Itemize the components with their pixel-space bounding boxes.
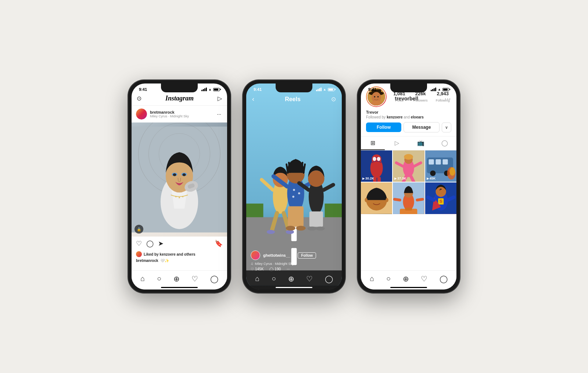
follower-2[interactable]: eloears <box>411 115 424 119</box>
svg-rect-58 <box>377 177 381 182</box>
nav-plus-3[interactable]: ⊕ <box>403 274 409 283</box>
nav-profile-1[interactable]: ◯ <box>210 274 218 283</box>
time-3: 9:41 <box>368 87 376 92</box>
battery-icon-2 <box>328 88 334 91</box>
signal-icon-2 <box>316 88 322 91</box>
follow-button[interactable]: Follow <box>366 122 401 132</box>
lock-badge: 🔒 <box>135 225 143 234</box>
svg-rect-69 <box>429 159 434 164</box>
camera-icon[interactable]: ⊙ <box>137 95 141 102</box>
nav-search-1[interactable]: ○ <box>157 274 161 283</box>
grid-item-2[interactable]: ▶ 37.3K <box>393 150 424 182</box>
phone-3-screen: 9:41 ▲ ‹ trevorbell ··· <box>361 84 456 289</box>
post-music: Miley Cyrus · Midnight Sky <box>150 114 212 118</box>
svg-point-81 <box>386 198 388 202</box>
reels-header: ‹ Reels ⊙ <box>246 94 342 106</box>
svg-point-49 <box>374 96 376 97</box>
reels-video: 9:41 ▲ ‹ Reels ⊙ <box>246 84 342 289</box>
posts-label: Posts <box>395 99 404 102</box>
svg-point-55 <box>373 157 376 161</box>
tab-tagged[interactable]: ◯ <box>433 136 456 150</box>
reels-camera-button[interactable]: ⊙ <box>331 96 336 103</box>
share-button[interactable]: ➤ <box>158 239 164 248</box>
reels-username[interactable]: ghettotwins__ <box>263 253 290 257</box>
reels-user-row: ghettotwins__ · Follow <box>251 251 337 260</box>
post-likes: Liked by kenzoere and others <box>132 251 227 258</box>
bookmark-button[interactable]: 🔖 <box>215 239 223 248</box>
svg-point-26 <box>267 230 275 234</box>
phones-container: 9:41 ▲ ⊙ Instagram ▷ <box>113 65 475 308</box>
grid-item-5[interactable] <box>393 182 424 214</box>
reels-music: ♫ Miley Cyrus · Midnight Sky <box>251 262 337 266</box>
grid-item-3[interactable]: ▶ 45K <box>425 150 456 182</box>
instagram-logo: Instagram <box>165 95 194 102</box>
phone-2: 9:41 ▲ ‹ Reels ⊙ <box>243 80 345 293</box>
svg-point-9 <box>182 173 186 176</box>
nav-plus-1[interactable]: ⊕ <box>173 274 180 283</box>
profile-display-name: Trevor <box>361 110 456 115</box>
tab-reels[interactable]: ▷ <box>385 136 409 150</box>
profile-tabs: ⊞ ▷ 📺 ◯ <box>361 136 456 150</box>
bottom-nav-1: ⌂ ○ ⊕ ♡ ◯ <box>132 270 227 289</box>
phone-1-screen: 9:41 ▲ ⊙ Instagram ▷ <box>132 84 227 289</box>
nav-home-2[interactable]: ⌂ <box>255 274 259 283</box>
nav-search-2[interactable]: ○ <box>272 274 276 283</box>
svg-point-62 <box>404 154 413 159</box>
play-icon-3: ▶ <box>427 177 429 180</box>
nav-heart-3[interactable]: ♡ <box>421 274 427 283</box>
grid-count-1: ▶ 30.2K <box>362 177 374 180</box>
nav-profile-2[interactable]: ◯ <box>325 274 333 283</box>
svg-point-50 <box>377 96 379 97</box>
follower-1[interactable]: kenzoere <box>387 115 402 119</box>
svg-point-36 <box>286 226 295 231</box>
liked-avatar <box>136 251 142 257</box>
svg-point-14 <box>182 196 183 198</box>
nav-profile-3[interactable]: ◯ <box>440 274 448 283</box>
svg-point-29 <box>293 189 295 191</box>
svg-rect-88 <box>405 208 412 211</box>
bottom-nav-2: ⌂ ○ ⊕ ♡ ◯ <box>246 270 342 289</box>
direct-icon[interactable]: ▷ <box>218 95 222 102</box>
nav-plus-2[interactable]: ⊕ <box>288 274 294 283</box>
post-options-button[interactable]: ··· <box>215 111 223 117</box>
message-button[interactable]: Message <box>404 122 440 132</box>
reels-music-text: Miley Cyrus · Midnight Sky <box>255 262 294 266</box>
grid-item-6[interactable]: S <box>425 182 456 214</box>
like-button[interactable]: ♡ <box>136 239 142 248</box>
post-avatar[interactable] <box>136 109 147 120</box>
nav-home-3[interactable]: ⌂ <box>370 274 374 283</box>
reels-follow-button[interactable]: Follow <box>298 252 316 259</box>
notch-3 <box>390 84 427 92</box>
nav-search-3[interactable]: ○ <box>386 274 391 283</box>
grid-item-1[interactable]: ▶ 30.2K <box>361 150 392 182</box>
svg-point-44 <box>316 227 325 231</box>
status-icons-1: ▲ <box>201 88 220 91</box>
time-2: 9:41 <box>254 87 262 92</box>
svg-point-31 <box>292 196 294 198</box>
notch-2 <box>276 84 312 92</box>
nav-home-1[interactable]: ⌂ <box>140 274 145 283</box>
instagram-header: ⊙ Instagram ▷ <box>132 93 227 106</box>
nav-heart-2[interactable]: ♡ <box>306 274 313 283</box>
reels-title: Reels <box>254 96 331 103</box>
signal-icon-3 <box>431 88 436 91</box>
svg-rect-42 <box>309 212 323 227</box>
phone-3: 9:41 ▲ ‹ trevorbell ··· <box>357 80 460 293</box>
post-username[interactable]: bretmanrock <box>150 110 212 114</box>
post-user-info: bretmanrock Miley Cyrus · Midnight Sky <box>150 110 212 118</box>
grid-item-4[interactable] <box>361 182 392 214</box>
svg-point-12 <box>175 196 177 198</box>
battery-icon-3 <box>442 88 449 91</box>
reels-user-avatar[interactable] <box>251 251 260 260</box>
comment-button[interactable]: ◯ <box>146 239 154 248</box>
dropdown-button[interactable]: ∨ <box>442 122 451 132</box>
wifi-icon-2: ▲ <box>323 88 326 91</box>
followers-label: Followers <box>413 99 428 102</box>
svg-line-85 <box>395 199 400 200</box>
tab-tv[interactable]: 📺 <box>409 136 433 150</box>
svg-rect-32 <box>288 206 304 227</box>
grid-count-3: ▶ 45K <box>427 177 436 180</box>
battery-icon-1 <box>213 88 220 91</box>
nav-heart-1[interactable]: ♡ <box>191 274 198 283</box>
tab-grid[interactable]: ⊞ <box>361 136 385 150</box>
